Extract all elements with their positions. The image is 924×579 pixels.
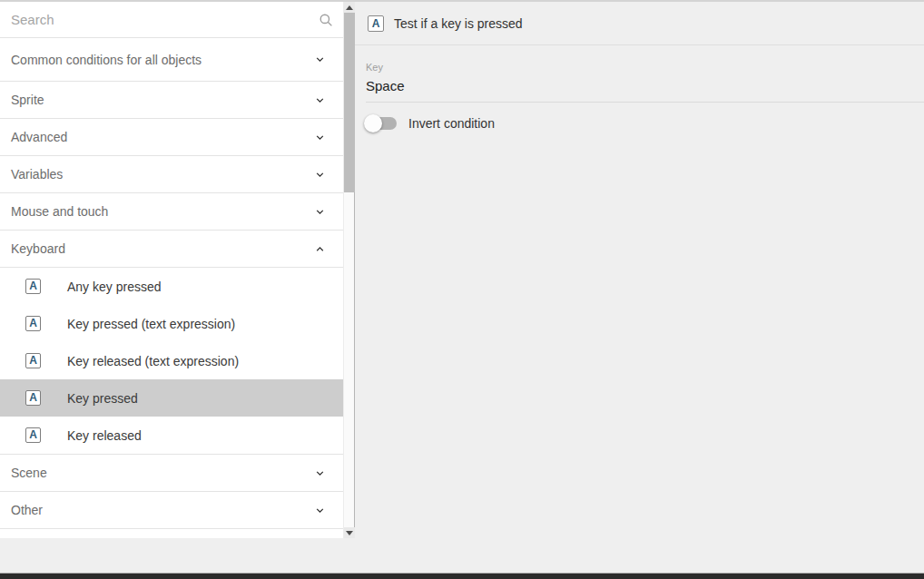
invert-condition-label: Invert condition xyxy=(408,116,495,131)
keyboard-key-icon: A xyxy=(25,316,41,331)
condition-item-any-key-pressed[interactable]: A Any key pressed xyxy=(0,268,343,305)
chevron-down-icon xyxy=(313,466,327,480)
category-common-conditions[interactable]: Common conditions for all objects xyxy=(0,38,343,82)
key-field: Key Space xyxy=(355,62,924,103)
chevron-down-icon xyxy=(313,205,327,219)
keyboard-key-icon: A xyxy=(25,390,41,406)
key-field-label: Key xyxy=(366,62,924,73)
chevron-up-icon xyxy=(313,242,327,256)
invert-condition-toggle[interactable] xyxy=(366,114,397,132)
category-advanced[interactable]: Advanced xyxy=(0,119,343,156)
keyboard-key-icon: A xyxy=(25,427,41,443)
bottom-bar xyxy=(0,573,924,579)
chevron-down-icon xyxy=(313,168,327,182)
condition-item-key-pressed[interactable]: A Key pressed xyxy=(0,379,343,417)
category-label: Mouse and touch xyxy=(11,204,108,219)
category-keyboard[interactable]: Keyboard xyxy=(0,231,343,268)
detail-title: Test if a key is pressed xyxy=(394,16,523,31)
category-label: Other xyxy=(11,503,43,517)
key-field-input[interactable]: Space xyxy=(366,78,924,103)
search-input[interactable] xyxy=(11,12,318,27)
scroll-down-arrow-icon xyxy=(346,531,353,535)
condition-item-key-released-text-expression[interactable]: A Key released (text expression) xyxy=(0,342,343,379)
keyboard-items-group: A Any key pressed A Key pressed (text ex… xyxy=(0,268,343,455)
condition-label: Key pressed xyxy=(67,391,138,406)
condition-label: Any key pressed xyxy=(67,280,162,294)
category-label: Advanced xyxy=(11,130,67,144)
scroll-up-arrow-icon xyxy=(346,5,353,10)
chevron-down-icon xyxy=(313,93,327,107)
category-label: Keyboard xyxy=(11,241,65,256)
scroll-down-button[interactable] xyxy=(344,527,355,538)
category-sprite[interactable]: Sprite xyxy=(0,82,343,119)
condition-detail-panel: A Test if a key is pressed Key Space Inv… xyxy=(355,2,924,538)
condition-label: Key released (text expression) xyxy=(67,354,239,368)
toggle-thumb xyxy=(364,114,382,132)
chevron-down-icon xyxy=(313,53,327,66)
search-icon xyxy=(318,12,334,28)
category-scene[interactable]: Scene xyxy=(0,455,343,492)
keyboard-key-icon: A xyxy=(25,279,41,294)
sidebar-scrollbar[interactable] xyxy=(343,2,355,538)
chevron-down-icon xyxy=(313,504,327,517)
category-mouse-and-touch[interactable]: Mouse and touch xyxy=(0,193,343,231)
search-bar xyxy=(0,2,343,38)
category-label: Common conditions for all objects xyxy=(11,53,202,67)
condition-item-key-released[interactable]: A Key released xyxy=(0,417,343,454)
category-other[interactable]: Other xyxy=(0,492,343,529)
category-label: Scene xyxy=(11,466,47,480)
invert-condition-row: Invert condition xyxy=(355,114,924,132)
condition-item-key-pressed-text-expression[interactable]: A Key pressed (text expression) xyxy=(0,305,343,342)
choose-condition-dialog: Common conditions for all objects Sprite… xyxy=(0,0,924,579)
condition-label: Key released xyxy=(67,428,142,443)
category-label: Variables xyxy=(11,167,63,182)
category-label: Sprite xyxy=(11,93,44,107)
keyboard-key-icon: A xyxy=(368,15,384,32)
partial-next-row xyxy=(0,529,343,538)
dialog-main: Common conditions for all objects Sprite… xyxy=(0,2,924,538)
detail-header: A Test if a key is pressed xyxy=(355,2,924,45)
conditions-sidebar: Common conditions for all objects Sprite… xyxy=(0,2,343,538)
keyboard-key-icon: A xyxy=(25,353,41,368)
category-variables[interactable]: Variables xyxy=(0,156,343,193)
scrollbar-thumb[interactable] xyxy=(344,13,355,192)
dialog-footer xyxy=(0,538,924,573)
chevron-down-icon xyxy=(313,131,327,144)
condition-label: Key pressed (text expression) xyxy=(67,317,235,331)
scroll-up-button[interactable] xyxy=(344,2,355,13)
